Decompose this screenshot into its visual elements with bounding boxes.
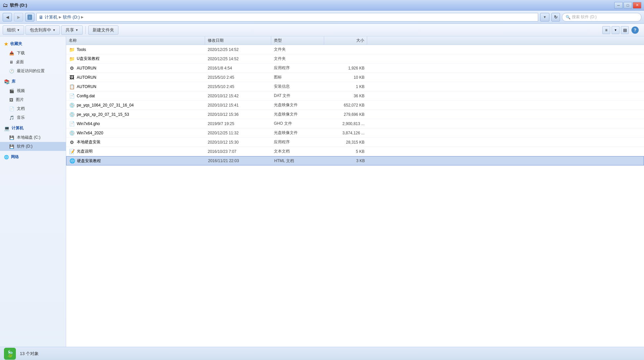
file-size-cell: 652,072 KB <box>324 101 367 110</box>
col-name-label: 名称 <box>69 38 77 43</box>
file-type-cell: 安装信息 <box>271 82 324 91</box>
view-dropdown-icon: ▼ <box>614 28 617 32</box>
table-row[interactable]: ⚙ AUTORUN 2016/1/8 4:54 应用程序 1,926 KB <box>66 64 644 73</box>
table-row[interactable]: 📄 Config.dat 2020/10/12 15:42 DAT 文件 36 … <box>66 91 644 101</box>
library-label: 库 <box>12 79 16 84</box>
help-button[interactable]: ? <box>631 26 639 34</box>
sidebar-item-desktop[interactable]: 🖥 桌面 <box>0 58 66 67</box>
dropdown-button[interactable]: ▼ <box>540 13 549 22</box>
sidebar-item-drive-c[interactable]: 💾 本地磁盘 (C:) <box>0 133 66 142</box>
file-date: 2020/12/25 11:32 <box>208 131 238 135</box>
file-name: Config.dat <box>77 94 95 98</box>
drive-d-icon: 💾 <box>9 144 14 149</box>
file-type-cell: GHO 文件 <box>271 119 324 128</box>
sidebar-network-header[interactable]: 🌐 网络 <box>0 152 66 162</box>
file-date-cell: 2020/12/25 14:52 <box>205 54 271 63</box>
file-type: 光盘映像文件 <box>274 130 298 136</box>
table-row[interactable]: ⚙ 本地硬盘安装 2020/10/12 15:30 应用程序 28,315 KB <box>66 138 644 147</box>
table-row[interactable]: 🌐 硬盘安装教程 2016/11/21 22:03 HTML 文档 3 KB <box>66 156 644 165</box>
organize-arrow: ▼ <box>17 28 20 32</box>
table-row[interactable]: 🖼 AUTORUN 2015/5/10 2:45 图标 10 KB <box>66 73 644 82</box>
file-date: 2015/5/10 2:45 <box>208 84 234 89</box>
refresh-icon: ↻ <box>554 15 558 20</box>
file-type: 应用程序 <box>274 65 290 71</box>
col-date-label: 修改日期 <box>208 38 224 43</box>
sidebar-item-recent[interactable]: 🕐 最近访问的位置 <box>0 67 66 75</box>
file-type-cell: 文本文档 <box>271 147 324 156</box>
minimize-button[interactable]: ─ <box>614 2 623 9</box>
breadcrumb-computer[interactable]: 计算机 <box>45 14 58 20</box>
share-button[interactable]: 共享 ▼ <box>61 25 83 35</box>
col-header-name[interactable]: 名称 <box>66 36 205 45</box>
sidebar-computer-header[interactable]: 💻 计算机 <box>0 123 66 133</box>
file-date: 2016/10/23 7:07 <box>208 149 236 154</box>
table-row[interactable]: 💿 pe_yqs_1064_20_07_31_16_04 2020/10/12 … <box>66 101 644 110</box>
col-header-date[interactable]: 修改日期 <box>205 36 271 45</box>
sidebar-item-music[interactable]: 🎵 音乐 <box>0 113 66 122</box>
view-arrow-button[interactable]: ▼ <box>612 26 620 34</box>
doc-icon: 📄 <box>9 107 14 111</box>
up-button[interactable]: ↑ <box>25 13 34 22</box>
status-icon: 🍃 <box>4 348 16 360</box>
file-date-cell: 2016/11/21 22:03 <box>205 157 272 165</box>
col-header-size[interactable]: 大小 <box>324 36 367 45</box>
file-size: 36 KB <box>354 94 365 98</box>
back-button[interactable]: ◀ <box>3 13 12 22</box>
col-header-type[interactable]: 类型 <box>271 36 324 45</box>
sidebar-item-drive-d[interactable]: 💾 软件 (D:) <box>0 142 66 151</box>
table-row[interactable]: 💿 Win7x64_2020 2020/12/25 11:32 光盘映像文件 3… <box>66 128 644 138</box>
table-row[interactable]: 📋 AUTORUN 2015/5/10 2:45 安装信息 1 KB <box>66 82 644 91</box>
file-type: GHO 文件 <box>274 121 292 126</box>
desktop-folder-icon: 🖥 <box>9 60 13 65</box>
sidebar-item-video[interactable]: 🎬 视频 <box>0 86 66 95</box>
file-name-cell: 🖼 AUTORUN <box>66 73 205 82</box>
sidebar-library-header[interactable]: 📚 库 <box>0 77 66 86</box>
refresh-button[interactable]: ↻ <box>551 13 560 22</box>
include-library-button[interactable]: 包含到库中 ▼ <box>25 25 60 35</box>
sidebar-item-image[interactable]: 🖼 图片 <box>0 95 66 104</box>
file-date: 2015/5/10 2:45 <box>208 75 234 80</box>
panel-toggle-button[interactable]: ▤ <box>621 26 629 34</box>
table-row[interactable]: 💿 pe_yqs_xp_20_07_31_15_53 2020/10/12 15… <box>66 110 644 119</box>
table-row[interactable]: 📁 U盘安装教程 2020/12/25 14:52 文件夹 <box>66 54 644 64</box>
forward-button[interactable]: ▶ <box>14 13 23 22</box>
dropdown-icon: ▼ <box>543 15 546 19</box>
sidebar-favorites-header[interactable]: ★ 收藏夹 <box>0 39 66 49</box>
file-date: 2020/10/12 15:41 <box>208 103 238 108</box>
file-type-cell: 光盘映像文件 <box>271 128 324 137</box>
file-date: 2020/10/12 15:30 <box>208 140 238 145</box>
table-row[interactable]: 📁 Tools 2020/12/25 14:52 文件夹 <box>66 45 644 54</box>
titlebar-title: 软件 (D:) <box>10 2 27 8</box>
file-type-cell: 图标 <box>271 73 324 82</box>
file-type: 安装信息 <box>274 84 290 89</box>
search-bar[interactable]: 🔍 搜索 软件 (D:) <box>562 13 641 22</box>
organize-button[interactable]: 组织 ▼ <box>3 25 24 35</box>
close-button[interactable]: ✕ <box>633 2 641 9</box>
table-row[interactable]: 📝 光盘说明 2016/10/23 7:07 文本文档 5 KB <box>66 147 644 156</box>
file-icon: 💿 <box>69 102 75 108</box>
titlebar-controls: ─ □ ✕ <box>614 2 641 9</box>
image-icon: 🖼 <box>9 98 13 102</box>
file-icon: 🌐 <box>69 158 75 164</box>
titlebar-left: 🗂 软件 (D:) <box>3 2 27 8</box>
file-size: 5 KB <box>356 149 365 154</box>
file-type-cell: 应用程序 <box>271 64 324 72</box>
file-date-cell: 2016/1/8 4:54 <box>205 64 271 72</box>
file-date-cell: 2020/10/12 15:30 <box>205 138 271 147</box>
view-toggle-button[interactable]: ≡ <box>602 26 610 34</box>
computer-label: 计算机 <box>12 125 23 131</box>
maximize-button[interactable]: □ <box>623 2 632 9</box>
file-name: Win7x64.gho <box>77 121 100 126</box>
new-folder-button[interactable]: 新建文件夹 <box>88 25 118 35</box>
breadcrumb-drive[interactable]: 软件 (D:) <box>63 14 80 20</box>
file-name-cell: 📁 U盘安装教程 <box>66 54 205 63</box>
breadcrumb[interactable]: 🖥 计算机 ▶ 软件 (D:) ▶ <box>36 13 538 22</box>
network-icon: 🌐 <box>4 155 9 159</box>
sidebar-item-download[interactable]: 📥 下载 <box>0 49 66 58</box>
file-name-cell: 📋 AUTORUN <box>66 82 205 91</box>
panel-icon: ▤ <box>623 28 627 32</box>
file-name-cell: 💿 pe_yqs_1064_20_07_31_16_04 <box>66 101 205 110</box>
file-date-cell: 2020/10/12 15:42 <box>205 91 271 100</box>
sidebar-item-doc[interactable]: 📄 文档 <box>0 104 66 113</box>
table-row[interactable]: 📄 Win7x64.gho 2019/9/7 19:25 GHO 文件 2,90… <box>66 119 644 128</box>
